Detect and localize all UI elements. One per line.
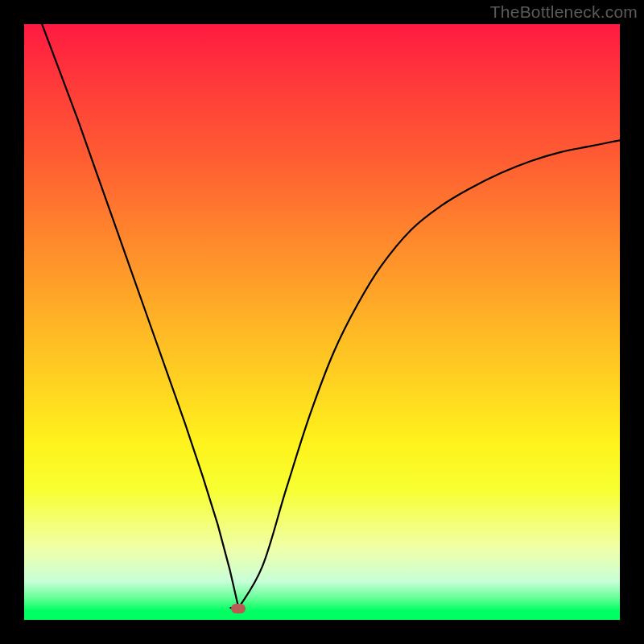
optimum-marker <box>231 604 246 613</box>
plot-area <box>24 24 620 620</box>
curve-path <box>42 24 620 608</box>
bottleneck-curve <box>24 24 620 620</box>
chart-frame: TheBottleneck.com <box>0 0 644 644</box>
watermark-text: TheBottleneck.com <box>490 2 638 22</box>
